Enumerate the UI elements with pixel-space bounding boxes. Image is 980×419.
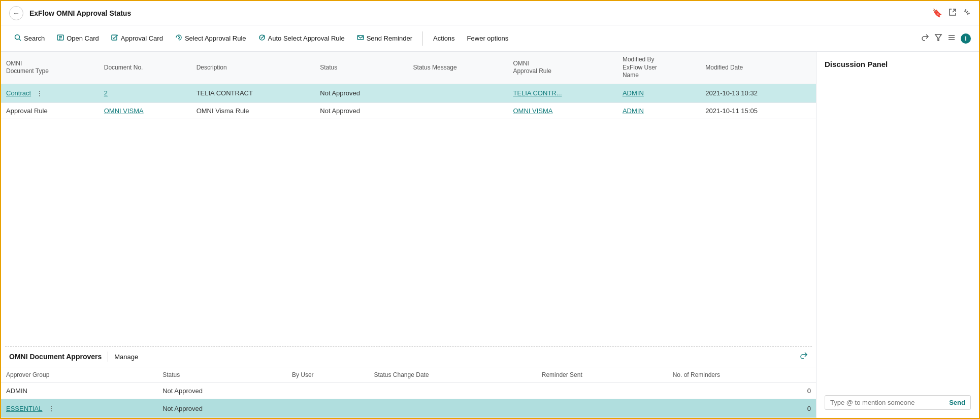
approval-card-label: Approval Card (121, 34, 163, 42)
cell-omni-approval-rule: TELIA CONTR... (508, 84, 617, 102)
select-approval-rule-icon (175, 34, 182, 43)
fewer-options-button[interactable]: Fewer options (462, 31, 514, 45)
auto-select-approval-rule-label: Auto Select Approval Rule (268, 34, 345, 42)
share-toolbar-icon[interactable] (921, 33, 929, 44)
list-icon[interactable] (948, 33, 956, 44)
approver-row[interactable]: ESSENTIAL⋮Not Approved0 (1, 399, 816, 418)
discussion-input-area: Send (825, 395, 971, 410)
user-link[interactable]: ADMIN (623, 107, 644, 115)
col-header-doc-no: Document No. (99, 52, 191, 84)
cell-omni-approval-rule: OMNI VISMA (508, 102, 617, 119)
col-header-omni-approval-rule: OMNIApproval Rule (508, 52, 617, 84)
approver-cell-group: ADMIN (1, 383, 157, 399)
approver-cell-group: ESSENTIAL⋮ (1, 399, 157, 418)
approver-cell-no-of-reminders: 0 (668, 383, 816, 399)
bottom-title-divider (108, 352, 108, 362)
approver-cell-reminder-sent (537, 383, 668, 399)
svg-marker-11 (935, 34, 941, 41)
right-panel: Discussion Panel Send (816, 52, 979, 418)
title-bar: ← ExFlow OMNI Approval Status 🔖 (1, 1, 979, 25)
send-reminder-button[interactable]: Send Reminder (352, 31, 417, 46)
send-button[interactable]: Send (949, 399, 965, 406)
cell-modified-date: 2021-10-13 10:32 (700, 84, 816, 102)
title-icons: 🔖 (932, 8, 971, 18)
approvers-col-status: Status (157, 367, 287, 383)
approval-rule-link[interactable]: OMNI VISMA (513, 107, 552, 115)
discussion-spacer (825, 75, 971, 395)
toolbar: Search Open Card Approval (1, 25, 979, 52)
col-header-omni-doc-type: OMNIDocument Type (1, 52, 99, 84)
approver-row[interactable]: ADMINNot Approved0 (1, 383, 816, 399)
share-approvers-icon[interactable] (800, 352, 808, 362)
col-header-modified-by: Modified ByExFlow UserName (617, 52, 700, 84)
cell-status: Not Approved (315, 102, 408, 119)
page-title: ExFlow OMNI Approval Status (29, 9, 932, 17)
approver-group-link[interactable]: ESSENTIAL (6, 405, 43, 412)
fewer-options-label: Fewer options (467, 34, 509, 42)
approval-rule-link[interactable]: TELIA CONTR... (513, 89, 562, 97)
doc-no-link[interactable]: OMNI VISMA (104, 107, 144, 115)
approvers-col-reminder-sent: Reminder Sent (537, 367, 668, 383)
discussion-input[interactable] (830, 399, 945, 406)
approval-card-button[interactable]: Approval Card (106, 31, 168, 46)
approver-cell-reminder-sent (537, 399, 668, 418)
info-button[interactable]: i (961, 33, 971, 44)
approvers-title: OMNI Document Approvers (9, 353, 102, 361)
main-table-section: OMNIDocument Type Document No. Descripti… (1, 52, 816, 346)
approver-cell-by-user (287, 383, 369, 399)
open-card-icon (57, 34, 64, 43)
approver-cell-status-change-date (369, 383, 537, 399)
send-reminder-icon (357, 34, 364, 43)
left-panel: OMNIDocument Type Document No. Descripti… (1, 52, 816, 418)
row-menu-button[interactable]: ⋮ (34, 88, 45, 98)
back-button[interactable]: ← (9, 6, 23, 20)
doc-type-link[interactable]: Contract (6, 89, 31, 97)
approvers-col-no-of-reminders: No. of Reminders (668, 367, 816, 383)
approvers-col-status-change-date: Status Change Date (369, 367, 537, 383)
svg-point-0 (15, 35, 20, 40)
cell-modified-date: 2021-10-11 15:05 (700, 102, 816, 119)
filter-icon[interactable] (934, 33, 942, 44)
doc-no-link[interactable]: 2 (104, 89, 108, 97)
search-button[interactable]: Search (9, 31, 50, 46)
bottom-section: OMNI Document Approvers Manage App (1, 346, 816, 418)
collapse-icon[interactable] (963, 8, 971, 18)
cell-omni-doc-type: Contract⋮ (1, 84, 99, 102)
cell-modified-by: ADMIN (617, 102, 700, 119)
user-link[interactable]: ADMIN (623, 89, 644, 97)
popout-icon[interactable] (949, 8, 957, 18)
approval-card-icon (111, 34, 118, 43)
auto-select-approval-rule-button[interactable]: Auto Select Approval Rule (253, 31, 350, 46)
select-approval-rule-label: Select Approval Rule (185, 34, 246, 42)
send-reminder-label: Send Reminder (367, 34, 412, 42)
bookmark-icon[interactable]: 🔖 (932, 8, 942, 18)
toolbar-divider (422, 31, 423, 46)
cell-status: Not Approved (315, 84, 408, 102)
table-row[interactable]: Approval RuleOMNI VISMAOMNI Visma RuleNo… (1, 102, 816, 119)
svg-line-1 (19, 39, 21, 41)
cell-document-no: OMNI VISMA (99, 102, 191, 119)
open-card-button[interactable]: Open Card (52, 31, 104, 46)
approvers-col-by-user: By User (287, 367, 369, 383)
actions-button[interactable]: Actions (428, 31, 460, 45)
cell-modified-by: ADMIN (617, 84, 700, 102)
cell-description: TELIA CONTRACT (191, 84, 315, 102)
cell-description: OMNI Visma Rule (191, 102, 315, 119)
approver-row-menu[interactable]: ⋮ (46, 403, 57, 413)
col-header-modified-date: Modified Date (700, 52, 816, 84)
approvers-col-group: Approver Group (1, 367, 157, 383)
cell-omni-doc-type: Approval Rule (1, 102, 99, 119)
select-approval-rule-button[interactable]: Select Approval Rule (170, 31, 251, 46)
approver-cell-no-of-reminders: 0 (668, 399, 816, 418)
approvers-table: Approver Group Status By User Status Cha… (1, 367, 816, 418)
actions-label: Actions (433, 34, 455, 42)
approver-cell-status-change-date (369, 399, 537, 418)
manage-link[interactable]: Manage (114, 353, 138, 361)
main-table: OMNIDocument Type Document No. Descripti… (1, 52, 816, 119)
open-card-label: Open Card (67, 34, 99, 42)
auto-select-icon (258, 34, 266, 43)
search-label: Search (24, 34, 45, 42)
approver-cell-by-user (287, 399, 369, 418)
back-icon: ← (13, 9, 20, 17)
table-row[interactable]: Contract⋮2TELIA CONTRACTNot ApprovedTELI… (1, 84, 816, 102)
